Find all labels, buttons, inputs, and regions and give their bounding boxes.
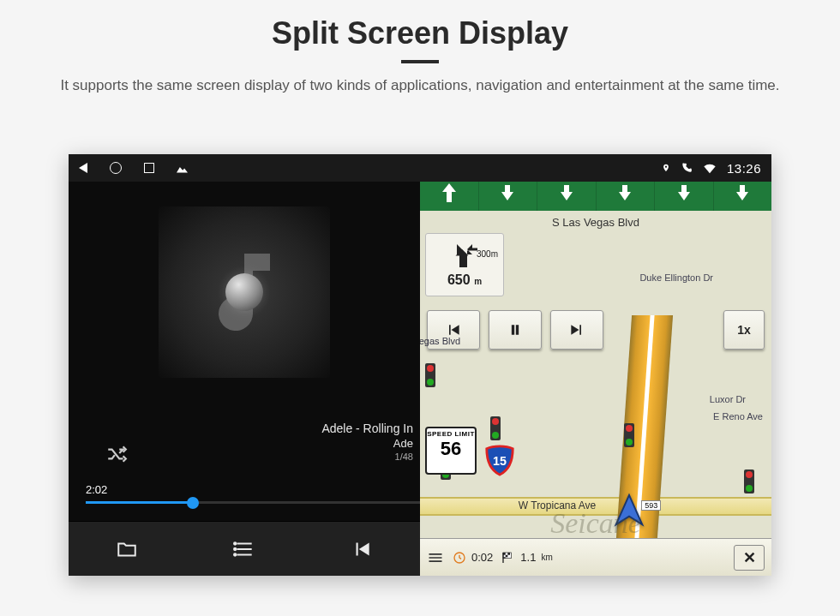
traffic-light-icon [624,423,634,447]
nav-bottom-bar: 0:02 1.1 km ✕ [420,538,771,576]
location-icon [662,162,670,174]
map-label-vegas: Vegas Blvd [420,336,460,346]
map-label-duke: Duke Ellington Dr [639,272,713,283]
map-label-tropicana: W Tropicana Ave [519,499,597,511]
folder-button[interactable] [113,535,141,563]
map-label-luxor: Luxor Dr [710,394,746,404]
screenshot-icon[interactable] [177,164,188,173]
wifi-icon [703,162,717,174]
track-artist: Ade [321,437,413,450]
clock-time: 13:26 [727,161,761,176]
title-divider [401,60,439,63]
playlist-button[interactable] [231,535,258,563]
svg-point-1 [234,547,236,549]
android-statusbar: 13:26 [69,154,771,182]
nav-next-button[interactable] [550,310,603,350]
destination-flag-icon [501,551,515,565]
track-counter: 1/48 [321,452,413,462]
menu-button[interactable] [427,549,444,566]
music-bottom-bar [69,521,420,576]
traffic-light-icon [425,363,435,387]
shuffle-button[interactable] [103,440,130,468]
speed-limit-label: SPEED LIMIT [427,430,475,438]
elapsed-time: 2:02 [86,483,107,496]
svg-point-2 [234,553,236,555]
track-info: Adele - Rolling In Ade 1/48 [321,422,413,462]
lane-arrow [597,182,656,211]
lane-arrow [537,182,597,211]
lane-arrow [655,182,714,211]
page-title: Split Screen Display [0,15,840,51]
back-icon[interactable] [79,163,87,173]
traffic-light-icon [744,469,754,493]
lane-arrow [479,182,538,211]
clock-icon [453,551,466,565]
device-screenshot: 13:26 Adele - Rolling In Ade 1/48 [69,154,771,576]
page-subtitle: It supports the same screen display of t… [43,75,797,96]
svg-point-0 [234,542,236,544]
recent-apps-icon[interactable] [144,163,154,173]
next-turn-distance: 300 [477,249,491,259]
lane-arrow [420,182,479,211]
speed-limit-sign: SPEED LIMIT 56 [425,427,477,475]
eta-time: 0:02 [453,551,493,565]
track-title: Adele - Rolling In [321,422,413,435]
vehicle-cursor-icon [609,492,649,531]
current-street-label: S Las Vegas Blvd [552,216,639,229]
lane-guidance-strip [420,182,771,211]
exit-marker: 593 [641,500,661,511]
previous-track-button[interactable] [348,535,375,563]
speed-multiplier-button[interactable]: 1x [723,310,765,350]
album-center-dot [225,273,263,311]
lane-arrow [714,182,772,211]
eta-distance: 1.1 km [501,551,552,565]
interstate-shield-icon: 15 [483,444,516,476]
turn-hint-distance: 650 [447,272,471,287]
music-player-pane: Adele - Rolling In Ade 1/48 2:02 [69,182,420,576]
playback-progress[interactable]: 2:02 [86,481,420,504]
map-label-reno: E Reno Ave [713,411,763,422]
navigation-pane: S Las Vegas Blvd 300m 650 m [420,182,771,576]
nav-playback-controls: 1x [427,310,765,350]
traffic-light-icon [490,416,501,440]
home-icon[interactable] [110,162,122,174]
phone-icon [681,162,693,174]
svg-text:15: 15 [493,454,507,468]
next-turn-panel: 300m 650 m [425,233,504,296]
seek-knob[interactable] [187,497,199,509]
nav-pause-button[interactable] [489,310,542,350]
album-art-placeholder [159,206,330,378]
speed-limit-value: 56 [427,440,475,458]
close-nav-button[interactable]: ✕ [734,545,765,571]
